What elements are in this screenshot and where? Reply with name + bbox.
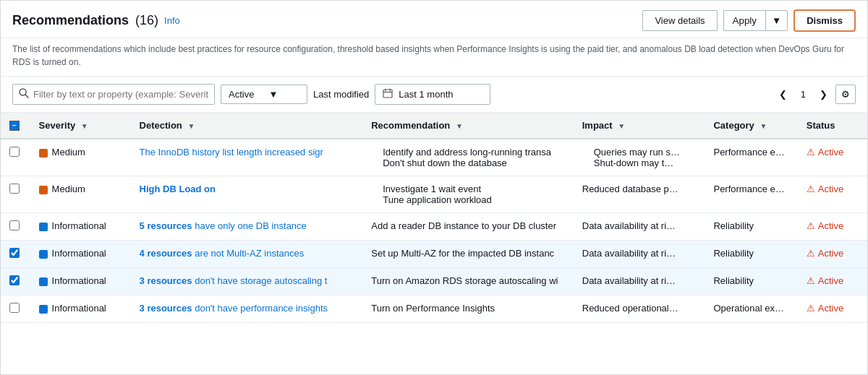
row-severity: Informational (30, 213, 131, 241)
date-filter[interactable]: Last 1 month (375, 84, 490, 105)
row-recommendation: Add a reader DB instance to your DB clus… (362, 213, 574, 241)
row-severity: Informational (30, 268, 131, 296)
th-category[interactable]: Category ▼ (705, 113, 797, 139)
row-recommendation: Investigate 1 wait eventTune application… (362, 176, 574, 213)
svg-rect-2 (383, 90, 392, 98)
severity-sort-icon: ▼ (81, 122, 88, 130)
row-impact: Reduced operational… (574, 296, 705, 323)
row-impact: Reduced database p… (574, 176, 705, 213)
severity-label: Informational (52, 248, 106, 259)
recommendation-sort-icon: ▼ (456, 122, 463, 130)
row-detection: 4 resources are not Multi-AZ instances (131, 241, 363, 268)
status-badge: Active (818, 184, 843, 194)
th-detection[interactable]: Detection ▼ (131, 113, 363, 139)
row-detection: 5 resources have only one DB instance (131, 213, 363, 241)
row-checkbox[interactable] (9, 220, 20, 230)
row-category: Operational ex… (705, 296, 797, 323)
detection-link[interactable]: 4 resources are not Multi-AZ instances (140, 248, 342, 259)
table-row: MediumHigh DB Load on Investigate 1 wait… (1, 176, 867, 213)
severity-icon (39, 305, 48, 314)
search-input[interactable] (33, 89, 208, 100)
row-recommendation: Set up Multi-AZ for the impacted DB inst… (362, 241, 574, 268)
date-filter-value: Last 1 month (399, 89, 453, 100)
search-filter-wrapper[interactable] (12, 84, 215, 105)
th-impact[interactable]: Impact ▼ (574, 113, 705, 139)
status-badge: Active (818, 220, 843, 231)
detection-link[interactable]: 5 resources have only one DB instance (140, 220, 342, 231)
detection-sort-icon: ▼ (187, 122, 195, 130)
impact-sort-icon: ▼ (618, 122, 625, 130)
status-filter-chevron-icon: ▼ (268, 89, 278, 100)
detection-link[interactable]: 3 resources don't have performance insig… (140, 303, 342, 314)
th-checkbox[interactable]: − (1, 113, 30, 139)
detection-link[interactable]: 3 resources don't have storage autoscali… (140, 275, 342, 286)
severity-icon (39, 149, 48, 158)
warning-icon: ⚠ (807, 184, 815, 194)
recommendation-item: Tune application workload (383, 194, 556, 205)
row-category: Reliability (705, 213, 797, 241)
th-severity[interactable]: Severity ▼ (30, 113, 131, 139)
row-category: Performance e… (705, 176, 797, 213)
info-link[interactable]: Info (164, 15, 180, 26)
recommendations-count: (16) (135, 13, 158, 27)
th-recommendation[interactable]: Recommendation ▼ (362, 113, 574, 139)
warning-icon: ⚠ (807, 275, 815, 286)
severity-label: Informational (52, 220, 106, 231)
th-recommendation-label: Recommendation (371, 120, 450, 131)
severity-label: Medium (52, 147, 85, 158)
recommendation-text: Turn on Performance Insights (371, 303, 495, 314)
next-page-button[interactable]: ❯ (814, 85, 833, 103)
status-filter-value: Active (229, 89, 254, 100)
row-detection: 3 resources don't have performance insig… (131, 296, 363, 323)
status-badge: Active (818, 275, 843, 286)
status-filter[interactable]: Active ▼ (221, 85, 307, 104)
row-status: ⚠Active (798, 241, 867, 268)
recommendation-text: Add a reader DB instance to your DB clus… (371, 220, 556, 231)
row-recommendation: Identify and address long-running transa… (362, 139, 574, 176)
select-all-checkbox[interactable]: − (9, 121, 20, 131)
page-title: Recommendations (16) (12, 13, 158, 28)
apply-button[interactable]: Apply (723, 10, 765, 31)
header: Recommendations (16) Info View details A… (1, 1, 867, 38)
dismiss-button[interactable]: Dismiss (793, 9, 856, 32)
th-severity-label: Severity (39, 120, 76, 131)
view-details-button[interactable]: View details (642, 10, 717, 31)
row-checkbox[interactable] (9, 275, 20, 285)
row-impact: Queries may run s…Shut-down may t… (574, 139, 705, 176)
impact-text: Data availability at ri… (582, 248, 676, 259)
settings-icon: ⚙ (841, 89, 850, 100)
detection-link[interactable]: High DB Load on (140, 184, 342, 194)
select-all-minus-icon: − (12, 122, 17, 129)
description-text: The list of recommendations which includ… (1, 38, 867, 77)
row-impact: Data availability at ri… (574, 241, 705, 268)
impact-text: Data availability at ri… (582, 220, 676, 231)
status-badge: Active (818, 303, 843, 314)
apply-dropdown-button[interactable]: ▼ (765, 10, 788, 31)
recommendation-item: Investigate 1 wait event (383, 184, 556, 194)
impact-text: Reduced database p… (582, 184, 678, 194)
recommendation-text: Set up Multi-AZ for the impacted DB inst… (371, 248, 554, 259)
row-status: ⚠Active (798, 176, 867, 213)
row-impact: Data availability at ri… (574, 213, 705, 241)
warning-icon: ⚠ (807, 147, 815, 158)
row-checkbox[interactable] (9, 303, 20, 313)
row-severity: Medium (30, 139, 131, 176)
recommendation-text: Turn on Amazon RDS storage autoscaling w… (371, 275, 558, 286)
recommendation-item: Don't shut down the database (383, 158, 556, 168)
th-category-label: Category (713, 120, 754, 131)
row-category: Reliability (705, 241, 797, 268)
detection-link[interactable]: The InnoDB history list length increased… (140, 147, 342, 158)
warning-icon: ⚠ (807, 220, 815, 231)
table-row: MediumThe InnoDB history list length inc… (1, 139, 867, 176)
row-severity: Medium (30, 176, 131, 213)
row-checkbox[interactable] (9, 248, 20, 258)
row-checkbox[interactable] (9, 184, 20, 194)
last-modified-label: Last modified (313, 89, 369, 100)
impact-item: Queries may run s… (594, 147, 697, 158)
prev-page-button[interactable]: ❮ (774, 85, 792, 103)
pagination: ❮ 1 ❯ ⚙ (774, 85, 856, 104)
table-settings-button[interactable]: ⚙ (835, 85, 856, 104)
th-status-label: Status (807, 120, 835, 131)
row-detection: The InnoDB history list length increased… (131, 139, 363, 176)
row-checkbox[interactable] (9, 147, 20, 157)
